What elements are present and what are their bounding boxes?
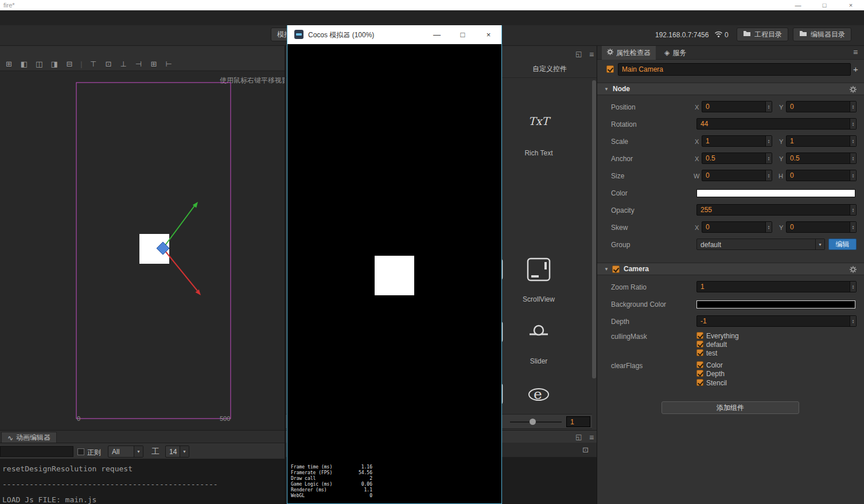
group-edit-button[interactable]: 编辑 bbox=[828, 239, 857, 250]
culling-mask-checkbox[interactable] bbox=[696, 332, 703, 339]
camera-section-header[interactable]: ▼ Camera bbox=[597, 263, 864, 275]
clear-flags-checkbox[interactable] bbox=[696, 379, 703, 386]
depth-input[interactable]: -1 bbox=[696, 315, 857, 327]
widget-item-label[interactable]: Rich Text bbox=[510, 149, 567, 157]
tab-property-inspector[interactable]: 属性检查器 bbox=[602, 46, 656, 60]
node-name-field[interactable]: Main Camera bbox=[618, 63, 851, 76]
widget-scrollview-icon[interactable] bbox=[526, 257, 551, 284]
gear-icon[interactable] bbox=[850, 86, 857, 95]
culling-mask-checkbox[interactable] bbox=[696, 349, 703, 356]
skew-y-input[interactable]: 0 bbox=[786, 221, 857, 233]
align-left-icon[interactable]: ◧ bbox=[17, 59, 30, 69]
align-h-center-icon[interactable]: ◫ bbox=[33, 59, 46, 69]
scene-viewport[interactable]: 使用鼠标右键平移视窗 0 500 bbox=[0, 71, 285, 430]
size-h-input[interactable]: 0 bbox=[786, 170, 857, 181]
align-top-icon[interactable]: ⊤ bbox=[87, 59, 100, 69]
spinner[interactable] bbox=[850, 205, 856, 215]
group-dropdown[interactable]: default ▼ bbox=[696, 239, 825, 250]
clear-flags-checkbox[interactable] bbox=[696, 361, 703, 368]
simulator-titlebar[interactable]: Cocos 模拟器 (100%) — □ × bbox=[287, 25, 501, 44]
console-search-input[interactable] bbox=[0, 446, 73, 457]
position-y-input[interactable]: 0 bbox=[786, 101, 857, 112]
tab-services[interactable]: ◈ 服务 bbox=[659, 46, 691, 60]
font-size-dropdown[interactable]: 14 ▼ bbox=[165, 446, 189, 458]
console-output[interactable]: resetDesignResolution request ----------… bbox=[0, 459, 285, 504]
gizmo-y-axis-arrow[interactable] bbox=[163, 202, 198, 248]
position-x-input[interactable]: 0 bbox=[702, 101, 772, 112]
console-filter-dropdown[interactable]: All ▼ bbox=[108, 446, 143, 458]
opacity-input[interactable]: 255 bbox=[696, 204, 857, 216]
distribute-right-icon[interactable]: ⊢ bbox=[162, 59, 176, 69]
scale-y-input[interactable]: 1 bbox=[786, 135, 857, 147]
distribute-center-icon[interactable]: ⊞ bbox=[147, 59, 160, 69]
rotation-input[interactable]: 44 bbox=[696, 118, 857, 130]
os-titlebar[interactable]: fire* — □ × bbox=[0, 0, 864, 10]
spinner[interactable] bbox=[765, 222, 772, 232]
project-dir-button[interactable]: 工程目录 bbox=[737, 28, 788, 41]
close-icon[interactable]: × bbox=[838, 0, 864, 10]
align-v-center-icon[interactable]: ⊡ bbox=[102, 59, 115, 69]
anchor-y-input[interactable]: 0.5 bbox=[786, 153, 857, 164]
widget-slider-icon[interactable] bbox=[526, 319, 551, 346]
culling-mask-checkbox[interactable] bbox=[696, 341, 703, 347]
align-edges-icon[interactable]: ⊞ bbox=[2, 59, 15, 69]
close-icon[interactable]: × bbox=[476, 25, 501, 44]
widget-richtext-icon[interactable]: TxT bbox=[523, 115, 554, 127]
zoom-slider-knob[interactable] bbox=[530, 419, 536, 425]
regex-checkbox[interactable] bbox=[77, 448, 84, 455]
zoom-slider-track[interactable] bbox=[510, 421, 562, 423]
widget-item-label[interactable]: ScrollView bbox=[510, 295, 567, 303]
add-component-button[interactable]: 添加组件 bbox=[661, 401, 799, 414]
camera-enabled-checkbox[interactable] bbox=[612, 265, 620, 273]
stretch-horizontal-icon[interactable]: ⊟ bbox=[63, 59, 76, 69]
collapse-triangle-icon[interactable]: ▼ bbox=[604, 267, 609, 272]
zoom-value-field[interactable]: 1 bbox=[566, 416, 590, 427]
panel-menu-icon[interactable]: ≡ bbox=[589, 433, 594, 442]
float-panel-icon[interactable]: ◱ bbox=[575, 433, 582, 441]
spinner[interactable] bbox=[850, 101, 856, 112]
align-bottom-icon[interactable]: ⊥ bbox=[117, 59, 130, 69]
text-size-icon[interactable]: 工 bbox=[151, 447, 159, 457]
skew-x-input[interactable]: 0 bbox=[702, 221, 772, 233]
spinner[interactable] bbox=[850, 282, 856, 292]
gizmo-x-axis-arrow[interactable] bbox=[163, 248, 201, 295]
clear-flags-checkbox[interactable] bbox=[696, 370, 703, 377]
spinner[interactable] bbox=[765, 136, 772, 146]
panel-menu-icon[interactable]: ≡ bbox=[589, 50, 594, 59]
widget-item-label[interactable]: Slider bbox=[510, 357, 567, 365]
spinner[interactable] bbox=[765, 153, 772, 163]
widget-webview-icon[interactable]: e bbox=[526, 381, 551, 408]
maximize-icon[interactable]: □ bbox=[811, 0, 838, 10]
add-node-icon[interactable]: + bbox=[853, 64, 858, 74]
zoom-ratio-input[interactable]: 1 bbox=[696, 281, 857, 292]
node-color-swatch[interactable] bbox=[696, 189, 855, 197]
float-panel-icon[interactable]: ◱ bbox=[575, 50, 582, 58]
minimize-icon[interactable]: — bbox=[785, 0, 811, 10]
distribute-left-icon[interactable]: ⊣ bbox=[132, 59, 145, 69]
anchor-x-input[interactable]: 0.5 bbox=[702, 153, 772, 164]
spinner[interactable] bbox=[850, 222, 856, 232]
property-row-rotation: Rotation 44 bbox=[597, 118, 864, 131]
scale-x-input[interactable]: 1 bbox=[702, 135, 772, 147]
camera-background-color-swatch[interactable] bbox=[696, 300, 855, 308]
tab-animation-editor[interactable]: ∿ 动画编辑器 bbox=[1, 432, 57, 443]
maximize-icon[interactable]: □ bbox=[450, 25, 476, 44]
minimize-icon[interactable]: — bbox=[424, 25, 450, 44]
spinner[interactable] bbox=[850, 153, 856, 163]
gear-icon[interactable] bbox=[850, 266, 857, 275]
spinner[interactable] bbox=[765, 101, 772, 112]
spinner[interactable] bbox=[850, 316, 856, 326]
spinner[interactable] bbox=[850, 136, 856, 146]
size-w-input[interactable]: 0 bbox=[702, 170, 772, 181]
node-section-header[interactable]: ▼ Node bbox=[597, 83, 864, 95]
spinner[interactable] bbox=[765, 170, 772, 181]
node-active-checkbox[interactable] bbox=[606, 65, 614, 73]
layout-grid-icon[interactable]: ⊡ bbox=[582, 446, 589, 454]
spinner[interactable] bbox=[850, 119, 856, 129]
align-right-icon[interactable]: ◨ bbox=[48, 59, 61, 69]
collapse-triangle-icon[interactable]: ▼ bbox=[604, 87, 609, 92]
spinner[interactable] bbox=[850, 170, 856, 181]
widget-scrollbar[interactable] bbox=[592, 80, 596, 378]
editor-dir-button[interactable]: 编辑器目录 bbox=[793, 28, 851, 41]
panel-menu-icon[interactable]: ≡ bbox=[853, 48, 858, 57]
